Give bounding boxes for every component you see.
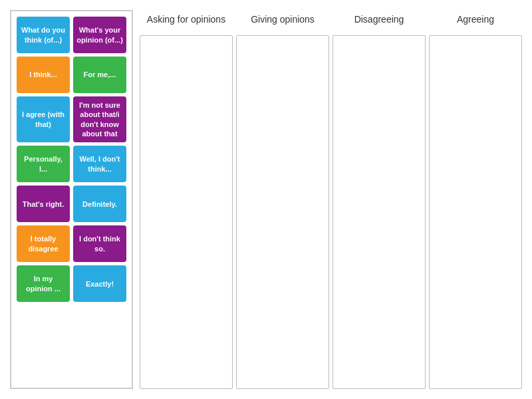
draggable-tile-tile-11[interactable]: I totally disagree — [17, 225, 70, 262]
drop-column-col-asking[interactable] — [140, 35, 233, 389]
draggable-tile-tile-12[interactable]: I don't think so. — [73, 225, 126, 262]
column-header-col-disagreeing: Disagreeing — [332, 10, 426, 32]
column-header-col-asking: Asking for opinions — [140, 10, 233, 32]
column-header-col-giving: Giving opinions — [236, 10, 329, 32]
tiles-panel: What do you think (of...)What's your opi… — [10, 10, 133, 389]
drop-area — [140, 35, 522, 389]
draggable-tile-tile-3[interactable]: I think... — [17, 57, 70, 93]
draggable-tile-tile-14[interactable]: Exactly! — [73, 265, 126, 302]
draggable-tile-tile-6[interactable]: I'm not sure about that/i don't know abo… — [73, 96, 126, 142]
draggable-tile-tile-7[interactable]: Personally, I... — [17, 146, 70, 182]
main-container: What do you think (of...)What's your opi… — [0, 0, 532, 399]
column-headers: Asking for opinionsGiving opinionsDisagr… — [140, 10, 522, 32]
drop-column-col-giving[interactable] — [236, 35, 329, 389]
columns-area: Asking for opinionsGiving opinionsDisagr… — [140, 10, 522, 389]
draggable-tile-tile-2[interactable]: What's your opinion (of...) — [73, 17, 126, 53]
draggable-tile-tile-4[interactable]: For me,... — [73, 57, 126, 93]
draggable-tile-tile-5[interactable]: I agree (with that) — [17, 96, 70, 142]
draggable-tile-tile-10[interactable]: Definitely. — [73, 186, 126, 222]
draggable-tile-tile-9[interactable]: That's right. — [17, 186, 70, 222]
draggable-tile-tile-1[interactable]: What do you think (of...) — [17, 17, 70, 53]
column-header-col-agreeing: Agreeing — [429, 10, 522, 32]
draggable-tile-tile-13[interactable]: In my opinion ... — [17, 265, 70, 302]
draggable-tile-tile-8[interactable]: Well, I don't think... — [73, 146, 126, 182]
drop-column-col-disagreeing[interactable] — [332, 35, 426, 389]
drop-column-col-agreeing[interactable] — [429, 35, 522, 389]
